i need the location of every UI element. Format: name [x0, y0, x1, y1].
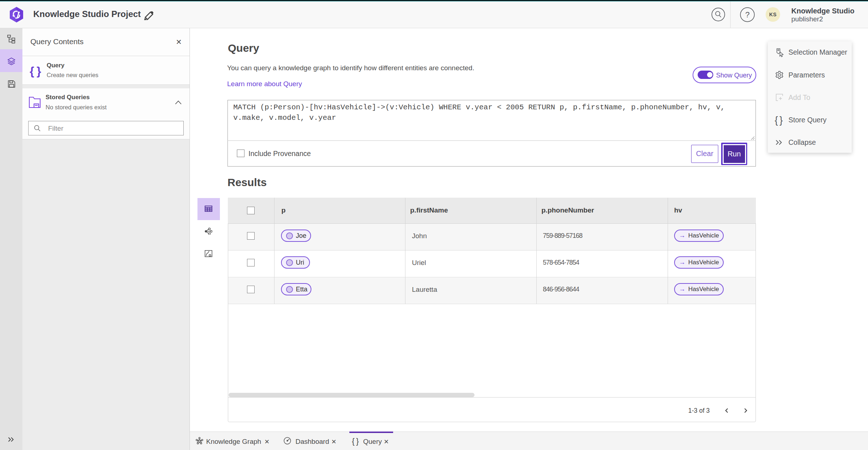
svg-text:?: ?: [745, 10, 749, 19]
